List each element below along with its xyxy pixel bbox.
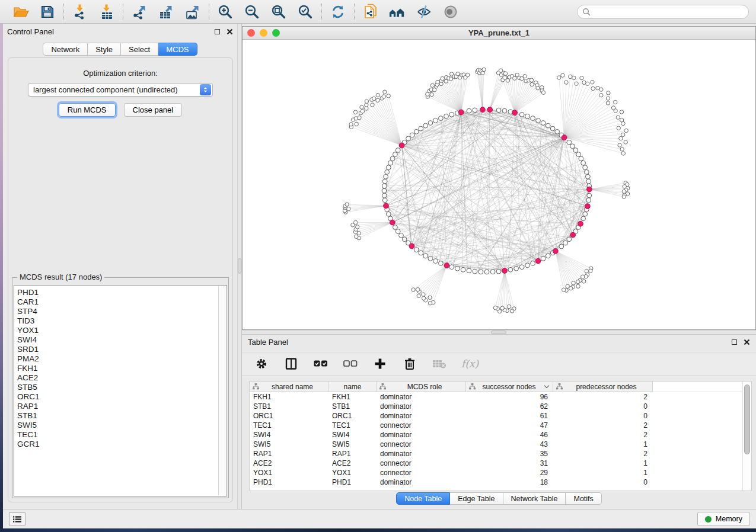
graph-leaf-node[interactable]	[412, 288, 415, 291]
table-row[interactable]: ACE2ACE2connector311	[250, 459, 742, 468]
graph-leaf-node[interactable]	[430, 92, 433, 96]
graph-mcds-node[interactable]	[399, 143, 404, 148]
graph-leaf-node[interactable]	[493, 306, 497, 309]
graph-leaf-node[interactable]	[582, 280, 586, 283]
graph-node[interactable]	[414, 248, 419, 252]
graph-mcds-node[interactable]	[409, 243, 414, 249]
graph-leaf-node[interactable]	[349, 123, 353, 126]
table-row[interactable]: STB1STB1dominator620	[250, 402, 742, 411]
zoom-in-button[interactable]	[217, 4, 234, 20]
graph-node[interactable]	[541, 257, 546, 261]
graph-leaf-node[interactable]	[624, 140, 627, 144]
graph-leaf-node[interactable]	[580, 76, 583, 79]
graph-leaf-node[interactable]	[361, 110, 364, 113]
graph-node[interactable]	[587, 193, 592, 198]
tab-style[interactable]: Style	[88, 43, 121, 56]
result-list-item[interactable]: SWI4	[17, 335, 218, 345]
graph-leaf-node[interactable]	[614, 100, 617, 104]
graph-leaf-node[interactable]	[564, 81, 568, 84]
result-list-item[interactable]: STB5	[17, 383, 218, 392]
add-column-button[interactable]	[372, 356, 388, 371]
graph-leaf-node[interactable]	[428, 302, 432, 305]
graph-node[interactable]	[467, 268, 471, 273]
graph-leaf-node[interactable]	[591, 81, 594, 84]
column-header-successor-nodes[interactable]: successor nodes	[466, 382, 553, 392]
tab-network[interactable]: Network	[43, 43, 88, 56]
graph-leaf-node[interactable]	[523, 75, 527, 78]
graph-node[interactable]	[586, 174, 591, 179]
memory-button[interactable]: Memory	[697, 512, 750, 526]
graph-node[interactable]	[508, 267, 513, 272]
export-network-button[interactable]	[131, 4, 148, 20]
graph-leaf-node[interactable]	[607, 91, 610, 95]
tab-motifs[interactable]: Motifs	[566, 492, 601, 505]
table-row[interactable]: YOX1YOX1connector291	[250, 468, 742, 477]
graph-leaf-node[interactable]	[618, 143, 621, 147]
graph-node[interactable]	[406, 136, 411, 141]
graph-mcds-node[interactable]	[502, 268, 508, 274]
graph-mcds-node[interactable]	[578, 221, 583, 226]
graph-leaf-node[interactable]	[606, 97, 610, 100]
graph-leaf-node[interactable]	[576, 284, 580, 288]
graph-node[interactable]	[388, 161, 393, 165]
graph-leaf-node[interactable]	[621, 133, 624, 136]
splitter-grip[interactable]	[491, 331, 506, 334]
graph-node[interactable]	[402, 237, 407, 242]
result-list-item[interactable]: PHD1	[17, 288, 218, 297]
show-columns-button[interactable]	[283, 356, 299, 371]
tab-select[interactable]: Select	[121, 43, 158, 56]
graph-node[interactable]	[550, 126, 555, 131]
graph-node[interactable]	[586, 198, 591, 203]
open-file-button[interactable]	[12, 4, 29, 20]
graph-node[interactable]	[496, 108, 501, 113]
graph-node[interactable]	[519, 265, 524, 270]
graph-node[interactable]	[570, 144, 575, 149]
graph-mcds-node[interactable]	[487, 107, 493, 113]
graph-leaf-node[interactable]	[620, 110, 623, 114]
graph-node[interactable]	[439, 116, 444, 121]
graph-leaf-node[interactable]	[599, 94, 603, 97]
graph-leaf-node[interactable]	[591, 86, 595, 90]
graph-node[interactable]	[382, 198, 387, 203]
graph-mcds-node[interactable]	[458, 110, 464, 115]
graph-node[interactable]	[433, 259, 438, 264]
graph-leaf-node[interactable]	[572, 76, 576, 79]
result-list-item[interactable]: STB1	[17, 411, 218, 421]
run-mcds-button[interactable]: Run MCDS	[59, 103, 116, 117]
result-list-item[interactable]: TEC1	[17, 430, 218, 440]
graph-node[interactable]	[390, 156, 395, 161]
export-table-button[interactable]	[158, 4, 174, 20]
graph-node[interactable]	[395, 148, 400, 153]
graph-leaf-node[interactable]	[354, 220, 358, 224]
graph-node[interactable]	[382, 188, 387, 193]
import-network-button[interactable]	[72, 4, 88, 20]
result-list-item[interactable]: FKH1	[17, 364, 218, 373]
graph-leaf-node[interactable]	[599, 88, 603, 91]
graph-leaf-node[interactable]	[569, 75, 572, 78]
graph-leaf-node[interactable]	[365, 107, 368, 110]
graph-mcds-node[interactable]	[553, 248, 558, 254]
float-panel-icon[interactable]	[215, 29, 220, 34]
graph-node[interactable]	[395, 229, 400, 234]
graph-leaf-node[interactable]	[581, 275, 585, 278]
graph-node[interactable]	[382, 193, 387, 198]
graph-leaf-node[interactable]	[426, 92, 429, 96]
graph-leaf-node[interactable]	[541, 91, 545, 94]
graph-leaf-node[interactable]	[530, 82, 534, 86]
graph-leaf-node[interactable]	[529, 78, 533, 82]
import-table-button[interactable]	[98, 4, 115, 20]
graph-node[interactable]	[423, 254, 428, 258]
graph-leaf-node[interactable]	[503, 72, 507, 75]
graph-mcds-node[interactable]	[562, 135, 567, 140]
graph-leaf-node[interactable]	[557, 76, 561, 79]
table-scrollbar-thumb[interactable]	[744, 384, 750, 454]
graph-leaf-node[interactable]	[566, 284, 569, 288]
graph-node[interactable]	[583, 165, 588, 170]
result-list-item[interactable]: YOX1	[17, 326, 218, 335]
table-row[interactable]: RAP1RAP1dominator352	[250, 449, 742, 459]
graph-mcds-node[interactable]	[585, 204, 590, 209]
graph-leaf-node[interactable]	[466, 73, 470, 76]
graph-leaf-node[interactable]	[482, 68, 486, 71]
graph-node[interactable]	[384, 174, 388, 179]
graph-leaf-node[interactable]	[428, 296, 432, 299]
